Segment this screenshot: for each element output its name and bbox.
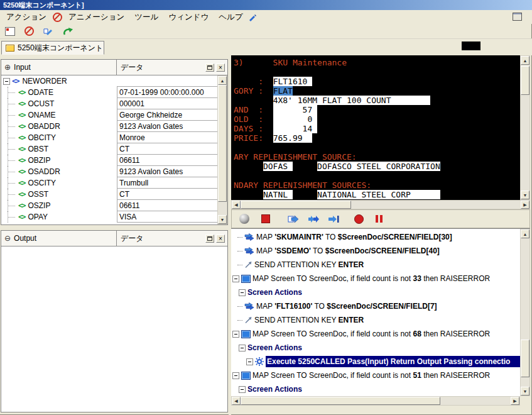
terminal-selected-field[interactable]: FLAT xyxy=(273,86,293,96)
tree-row[interactable]: <>OSCITYTrumbull xyxy=(1,177,217,189)
tree-node-root[interactable]: <>NEWORDER xyxy=(1,75,217,87)
pause-button[interactable] xyxy=(371,212,386,226)
tab-5250-terminal-component[interactable]: 5250端末コンポーネント xyxy=(1,41,104,55)
float-panel-button[interactable] xyxy=(205,64,214,72)
expander-icon[interactable] xyxy=(239,386,246,393)
tree-value-cell[interactable]: CT xyxy=(117,188,217,200)
terminal-field[interactable]: DOFAS xyxy=(263,162,293,171)
terminal-field[interactable]: 14 xyxy=(273,124,317,133)
tree-value-cell[interactable]: 000001 xyxy=(117,97,217,109)
tree-row[interactable]: <>OBADDR9123 Avalon Gates xyxy=(1,121,217,132)
terminal-field[interactable]: 765.99 xyxy=(273,133,313,143)
scroll-up-button[interactable]: ▲ xyxy=(521,56,529,65)
titlebar[interactable]: 5250端末コンポーネント] xyxy=(0,0,532,10)
scroll-left-button[interactable]: ◀ xyxy=(232,201,241,209)
scroll-thumb[interactable] xyxy=(218,85,227,202)
step-over-button[interactable] xyxy=(306,212,321,226)
connection-button[interactable] xyxy=(237,212,252,226)
action-row[interactable]: MAP Screen TO ScreenDoc, if field count … xyxy=(231,272,520,285)
scroll-right-button[interactable]: ▶ xyxy=(521,201,529,209)
close-panel-button[interactable]: × xyxy=(216,64,225,72)
tree-row[interactable]: <>ODATE07-01-1999 00:00:00.000 xyxy=(1,87,217,98)
action-row[interactable]: MAP 'FLT16100' TO $ScreenDoc/SCREEN/FIEL… xyxy=(231,299,520,313)
menu-action[interactable]: アクション xyxy=(1,11,52,24)
tree-value-cell[interactable]: 9123 Avalon Gates xyxy=(117,120,217,132)
tree-row[interactable]: <>OPAYVISA xyxy=(1,211,217,223)
tree-value-cell[interactable]: 06611 xyxy=(117,154,217,166)
terminal-horizontal-scrollbar[interactable]: ◀ ▶ xyxy=(231,200,530,209)
action-row[interactable]: MAP 'SSDEMO' TO $ScreenDoc/SCREEN/FIELD[… xyxy=(231,244,520,258)
action-row[interactable]: Execute 5250CALLED Pass(Input) Return Ou… xyxy=(231,355,520,368)
action-row[interactable]: SEND ATTENTION KEY ENTER xyxy=(231,313,520,327)
tree-row[interactable]: <>OSZIP06611 xyxy=(1,200,217,211)
menu-tools[interactable]: ツール xyxy=(129,11,163,24)
action-vertical-scrollbar[interactable]: ▲ ▼ xyxy=(520,229,530,396)
scroll-thumb[interactable] xyxy=(521,340,529,377)
terminal-field[interactable]: DOFASCO STEEL CORPORATION xyxy=(317,162,440,171)
tree-value-cell[interactable]: 07-01-1999 00:00:00.000 xyxy=(117,86,217,98)
expander-icon[interactable] xyxy=(3,78,10,85)
close-panel-button[interactable]: × xyxy=(216,235,225,243)
expander-icon[interactable] xyxy=(246,358,253,365)
tree-value-cell[interactable]: 06611 xyxy=(117,199,217,211)
scroll-down-button[interactable]: ▼ xyxy=(218,215,227,224)
step-into-button[interactable] xyxy=(286,212,301,226)
action-row[interactable]: Screen Actions xyxy=(231,382,520,396)
record-off-button[interactable] xyxy=(21,25,36,38)
terminal-field[interactable]: NATIONAL STEEL CORP xyxy=(317,190,440,199)
terminal-field[interactable]: NATNL xyxy=(263,190,293,199)
scroll-up-button[interactable]: ▲ xyxy=(218,76,227,85)
tree-value-cell[interactable]: VISA xyxy=(117,211,217,223)
terminal-field[interactable]: 57 xyxy=(273,105,317,114)
scroll-thumb[interactable] xyxy=(521,66,529,95)
scroll-thumb[interactable] xyxy=(241,397,440,405)
scroll-down-button[interactable]: ▼ xyxy=(521,387,529,396)
menu-animation[interactable]: アニメーション xyxy=(63,11,129,24)
component-window-button[interactable] xyxy=(3,25,18,38)
action-row[interactable]: SEND ATTENTION KEY ENTER xyxy=(231,258,520,272)
tree-row[interactable]: <>OBZIP06611 xyxy=(1,155,217,166)
expander-icon[interactable] xyxy=(232,275,239,282)
menu-help[interactable]: ヘルプ xyxy=(214,11,247,24)
tree-value-cell[interactable]: Trumbull xyxy=(117,177,217,189)
scroll-right-button[interactable]: ▶ xyxy=(511,397,519,405)
edit-animation-button[interactable] xyxy=(40,25,55,38)
tree-row[interactable]: <>OSADDR9123 Avalon Gates xyxy=(1,166,217,177)
expander-icon[interactable] xyxy=(232,331,239,338)
terminal-field[interactable]: 0 xyxy=(273,114,317,124)
terminal-field[interactable]: FLT1610 xyxy=(273,77,313,86)
tree-value-cell[interactable]: CT xyxy=(117,143,217,155)
input-tree-scrollbar[interactable]: ▲ ▼ xyxy=(217,75,227,224)
tree-value-cell[interactable]: 9123 Avalon Gates xyxy=(117,165,217,177)
continue-animation-button[interactable] xyxy=(60,25,75,38)
tree-value-cell[interactable]: George Chkheidze xyxy=(117,109,217,121)
action-row[interactable]: MAP Screen TO ScreenDoc, if field count … xyxy=(231,368,520,382)
menu-window[interactable]: ウィンドウ xyxy=(163,11,214,24)
stop-button[interactable] xyxy=(258,212,273,226)
step-to-end-button[interactable] xyxy=(326,212,341,226)
action-row[interactable]: Screen Actions xyxy=(231,341,520,355)
terminal-screen[interactable]: 3) SKU Maintenance : FLT1610 GORY : FLAT… xyxy=(231,55,520,200)
tree-row[interactable]: <>OCUST000001 xyxy=(1,98,217,109)
scroll-up-button[interactable]: ▲ xyxy=(521,230,529,238)
action-label: MAP Screen TO ScreenDoc, if field count … xyxy=(252,371,490,380)
scroll-down-button[interactable]: ▼ xyxy=(521,191,529,199)
float-panel-button[interactable] xyxy=(205,235,214,243)
action-row[interactable]: MAP Screen TO ScreenDoc, if field count … xyxy=(231,327,520,341)
expander-icon[interactable] xyxy=(232,372,239,379)
scroll-thumb[interactable] xyxy=(241,201,351,209)
action-row[interactable]: Screen Actions xyxy=(231,285,520,299)
expander-icon[interactable] xyxy=(239,289,246,296)
tree-row[interactable]: <>OSSTCT xyxy=(1,189,217,200)
tree-row[interactable]: <>OBCITYMonroe xyxy=(1,132,217,143)
tree-value-cell[interactable]: Monroe xyxy=(117,131,217,143)
tree-row[interactable]: <>ONAMEGeorge Chkheidze xyxy=(1,109,217,121)
tree-row[interactable]: <>OBSTCT xyxy=(1,143,217,155)
terminal-vertical-scrollbar[interactable]: ▲ ▼ xyxy=(520,55,530,200)
scroll-left-button[interactable]: ◀ xyxy=(232,397,241,405)
terminal-field[interactable]: 4X8' 16MM FLAT 100 COUNT xyxy=(273,96,430,105)
record-button[interactable] xyxy=(351,212,366,226)
action-horizontal-scrollbar[interactable]: ◀ ▶ xyxy=(231,396,520,406)
action-row[interactable]: MAP 'SKUMAINTR' TO $ScreenDoc/SCREEN/FIE… xyxy=(231,230,520,244)
expander-icon[interactable] xyxy=(239,345,246,351)
